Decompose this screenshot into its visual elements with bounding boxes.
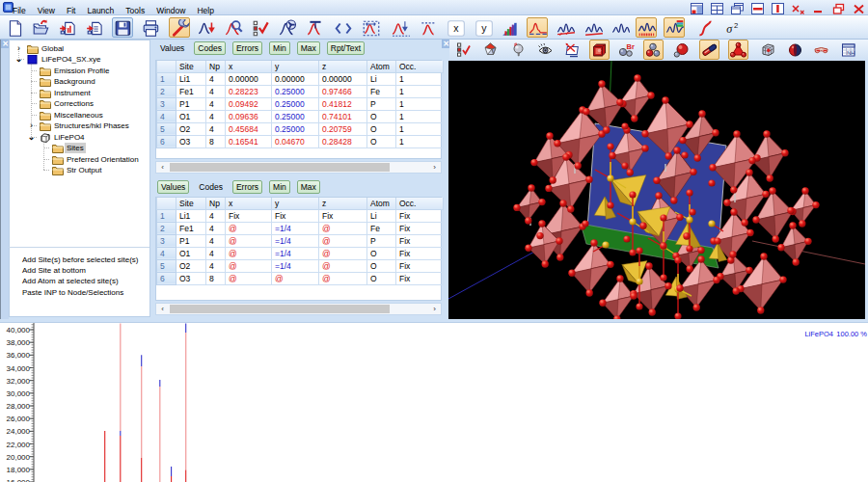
cell[interactable]: 0.41812 (319, 97, 367, 110)
toolbar-code-tags-icon[interactable] (332, 17, 353, 38)
viewer-sphere-ball-icon[interactable] (671, 40, 692, 60)
column-header[interactable]: x (226, 198, 272, 209)
cell[interactable]: @ (319, 259, 367, 272)
toolbar-sigma-squared-icon[interactable]: σ2 (721, 17, 743, 38)
viewer-gem-icon[interactable] (480, 40, 501, 60)
cell[interactable]: 0.45684 (226, 122, 272, 135)
cell[interactable]: 0.00000 (319, 72, 367, 85)
grid-window-icon[interactable] (711, 1, 723, 13)
cell[interactable]: 4 (206, 234, 226, 247)
toolbar-range-box-icon[interactable] (360, 17, 381, 38)
viewer-stereo-glasses-icon[interactable] (811, 40, 831, 60)
cell[interactable]: O (367, 272, 396, 284)
codes-table-tab-max[interactable]: Max (297, 180, 320, 194)
table-row[interactable]: 5O240.456840.250000.20759O1 (157, 122, 444, 135)
cell[interactable]: 0.04670 (272, 135, 319, 147)
values-table-tab-values[interactable]: Values (157, 42, 187, 55)
close-window-icon[interactable] (792, 1, 804, 13)
column-header[interactable]: Occ. (396, 198, 444, 209)
cell[interactable]: 1 (396, 135, 444, 147)
cell[interactable]: Fe1 (176, 85, 206, 97)
toolbar-x-axis-icon[interactable]: x (445, 17, 466, 38)
cell[interactable]: @ (319, 234, 367, 247)
viewer-molecule-br-icon[interactable]: Br (616, 40, 637, 60)
values-table-tab-rpttext[interactable]: Rpt/Text (327, 41, 365, 55)
table-row[interactable]: 3P140.094920.250000.41812P1 (157, 97, 444, 110)
cell[interactable]: 0.20759 (319, 122, 367, 135)
column-header[interactable]: z (319, 61, 367, 72)
cell[interactable]: 4 (206, 222, 226, 234)
cell[interactable]: P (367, 97, 396, 110)
new-window-icon[interactable] (691, 1, 703, 13)
toolbar-single-peak-icon[interactable] (527, 17, 548, 38)
cell[interactable]: 4 (206, 259, 226, 272)
column-header[interactable]: Np (206, 61, 226, 72)
table-row[interactable]: 1Li140.000000.000000.00000Li1 (157, 72, 444, 85)
tree-action-item[interactable]: Add Site at bottom (22, 265, 86, 276)
toolbar-peaks-legend-icon[interactable] (664, 17, 685, 38)
cell[interactable]: Li (367, 72, 396, 85)
tree-node-label[interactable]: LiFePO4 (52, 132, 87, 143)
cell[interactable]: @ (226, 247, 272, 259)
tree-node-label[interactable]: Global (40, 43, 66, 54)
restore-icon[interactable] (832, 1, 845, 13)
cell[interactable]: 0.25000 (272, 122, 319, 135)
codes-table-hscrollbar[interactable]: ‹› (155, 303, 442, 315)
column-header[interactable]: z (319, 198, 367, 209)
values-table-tab-max[interactable]: Max (297, 41, 320, 55)
cell[interactable]: Fix (396, 272, 444, 284)
toolbar-open-file-icon[interactable] (30, 17, 51, 38)
column-header[interactable]: x (226, 61, 272, 72)
cell[interactable]: 0.28223 (226, 85, 272, 97)
cascade-icon[interactable] (731, 1, 744, 13)
cell[interactable]: 0.16541 (226, 135, 272, 147)
scroll-right-icon[interactable]: › (428, 304, 441, 314)
tree-node-label[interactable]: Structures/hkl Phases (52, 120, 131, 131)
cell[interactable]: 4 (206, 122, 226, 135)
cell[interactable]: 4 (206, 85, 226, 97)
cell[interactable]: 4 (206, 97, 226, 110)
cell[interactable]: 4 (206, 209, 226, 222)
toolbar-integral-icon[interactable] (693, 17, 715, 38)
cell[interactable]: =1/4 (272, 247, 319, 259)
cell[interactable]: 0.25000 (272, 110, 319, 122)
split-vertical-icon[interactable] (772, 1, 784, 13)
cell[interactable]: Fix (396, 234, 444, 247)
cell[interactable]: O (367, 247, 396, 259)
table-row[interactable]: 3P14@=1/4@PFix (157, 234, 444, 247)
toolbar-peak-search-icon[interactable] (223, 17, 244, 38)
table-row[interactable]: 6O380.165410.046700.28428O1 (157, 135, 444, 147)
table-row[interactable]: 6O38@@@OFix (157, 272, 444, 284)
cell[interactable]: Fix (396, 247, 444, 259)
tree-action-item[interactable]: Add Atom at selected site(s) (22, 276, 119, 286)
scroll-left-icon[interactable]: ‹ (156, 162, 169, 173)
viewer-edit-screen-icon[interactable] (562, 40, 583, 60)
cell[interactable]: @ (226, 272, 272, 284)
codes-table-tab-codes[interactable]: Codes (196, 181, 226, 194)
codes-table-tab-values[interactable]: Values (157, 180, 189, 194)
cell[interactable]: @ (319, 272, 367, 284)
table-row[interactable]: 5O24@=1/4@OFix (157, 259, 444, 272)
toolbar-peak-down-icon[interactable] (196, 17, 217, 38)
cell[interactable]: Fix (226, 209, 272, 222)
tree-node-label[interactable]: Emission Profile (52, 66, 111, 76)
cell[interactable]: Fe (367, 85, 396, 97)
tree-node-label[interactable]: Corrections (52, 98, 95, 109)
cell[interactable]: =1/4 (272, 222, 319, 234)
values-table-tab-errors[interactable]: Errors (232, 41, 262, 55)
cell[interactable]: 0.25000 (272, 85, 319, 97)
cell[interactable]: Li (367, 209, 396, 222)
toolbar-y-axis-icon[interactable]: y (473, 17, 494, 38)
cell[interactable]: O (367, 110, 396, 122)
split-horizontal-icon[interactable] (751, 1, 764, 13)
cell[interactable]: Fix (396, 222, 444, 234)
toolbar-save-icon[interactable] (112, 17, 133, 38)
table-row[interactable]: 2Fe140.282230.250000.97466Fe1 (157, 85, 444, 97)
viewer-sphere-halves-icon[interactable] (785, 40, 805, 60)
values-table-hscrollbar[interactable]: ‹› (155, 161, 442, 174)
codes-table-tab-errors[interactable]: Errors (232, 180, 262, 194)
cell[interactable]: 4 (206, 247, 226, 259)
cell[interactable]: 0.28428 (319, 135, 367, 147)
cell[interactable]: O2 (176, 122, 206, 135)
toolbar-peaks-plain-icon[interactable] (610, 17, 631, 38)
